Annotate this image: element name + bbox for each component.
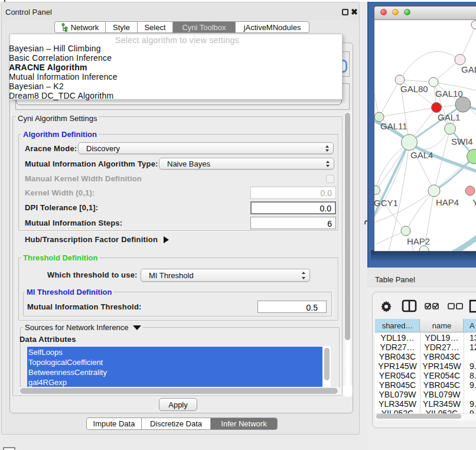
svg-text:GCY1: GCY1 [374, 198, 398, 208]
svg-text:HAP2: HAP2 [407, 236, 430, 246]
svg-text:GAL10: GAL10 [435, 89, 463, 99]
svg-text:GAL11: GAL11 [380, 121, 407, 131]
svg-text:YJ: YJ [472, 197, 476, 207]
svg-text:GAL2: GAL2 [461, 64, 476, 74]
svg-text:GAL4: GAL4 [410, 150, 433, 160]
svg-text:HAP4: HAP4 [436, 197, 459, 207]
svg-text:SWI4: SWI4 [451, 136, 473, 146]
svg-text:GAL80: GAL80 [400, 84, 428, 94]
svg-text:GAL1: GAL1 [438, 112, 460, 122]
